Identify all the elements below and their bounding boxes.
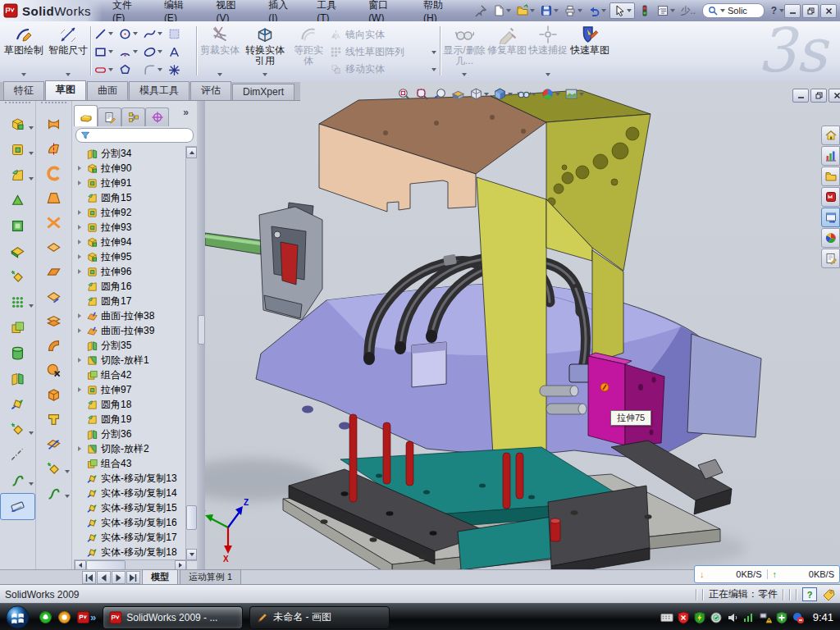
extend-surface[interactable]: [36, 284, 71, 308]
doc-minimize-button[interactable]: [792, 89, 809, 103]
ribbon-tab[interactable]: 模具工具: [129, 81, 189, 100]
dropdown-arrow-icon[interactable]: [506, 9, 511, 12]
menu-item[interactable]: 工具(T): [307, 0, 358, 21]
dropdown-arrow-icon[interactable]: [508, 93, 513, 96]
mirror-feature[interactable]: [0, 315, 35, 340]
tree-filter[interactable]: [75, 128, 194, 143]
polygon-tool[interactable]: [118, 61, 143, 79]
spline-tool[interactable]: [143, 25, 167, 43]
motion-study-tab[interactable]: 运动算例 1: [180, 569, 241, 585]
tree-item[interactable]: 分割35: [74, 338, 185, 353]
propertymanager-tab[interactable]: [98, 107, 121, 126]
expander-icon[interactable]: [78, 210, 86, 215]
options[interactable]: [655, 3, 677, 18]
smart-dimension-dropdown-icon[interactable]: [66, 73, 71, 76]
configurationmanager-tab[interactable]: [121, 107, 145, 126]
instant3d-2[interactable]: [36, 456, 71, 481]
part-ejector-rod[interactable]: [205, 233, 261, 254]
display-style[interactable]: [493, 87, 513, 101]
dropdown-arrow-icon[interactable]: [133, 50, 138, 53]
parting-line[interactable]: [36, 407, 71, 431]
filled-surface[interactable]: [36, 210, 71, 235]
ribbon-tab[interactable]: DimXpert: [232, 84, 294, 100]
expander-icon[interactable]: [78, 358, 86, 363]
dimxpertmanager-tab[interactable]: [145, 107, 169, 126]
draft-analysis[interactable]: [36, 431, 71, 456]
rectangle-tool[interactable]: [94, 43, 118, 61]
dropdown-arrow-icon[interactable]: [29, 431, 34, 435]
replace-face[interactable]: [36, 382, 71, 407]
taskpane-home[interactable]: [821, 126, 840, 145]
expander-icon[interactable]: [78, 387, 86, 392]
axis-tool[interactable]: [0, 442, 35, 468]
point-tool[interactable]: [167, 61, 192, 79]
delete-face[interactable]: [36, 358, 71, 382]
quicklaunch-messenger[interactable]: [39, 610, 52, 624]
expander-icon[interactable]: [78, 166, 86, 171]
fillet-surface[interactable]: [36, 333, 71, 358]
sketch-fillet-tool[interactable]: [143, 61, 167, 79]
scroll-thumb[interactable]: [186, 505, 197, 530]
menu-item[interactable]: 文件(F): [103, 0, 154, 21]
tree-item[interactable]: 拉伸92: [74, 205, 185, 220]
tree-item[interactable]: 实体-移动/复制14: [74, 486, 185, 500]
arc-tool[interactable]: [118, 43, 143, 61]
ribbon-tab[interactable]: 特征: [3, 81, 44, 100]
open-document[interactable]: [514, 3, 536, 18]
split-feature[interactable]: [0, 366, 35, 391]
pin-toolbar[interactable]: [472, 3, 489, 18]
scroll-down-button[interactable]: [186, 549, 197, 560]
tree-item[interactable]: 圆角18: [74, 397, 185, 412]
tree-item[interactable]: 拉伸91: [74, 176, 185, 190]
offset-surface[interactable]: [36, 235, 71, 259]
tree-item[interactable]: 分割34: [74, 146, 185, 161]
dropdown-arrow-icon[interactable]: [601, 9, 606, 12]
wireless[interactable]: [742, 611, 756, 624]
tree-item[interactable]: 圆角19: [74, 412, 185, 427]
ribbon-tab[interactable]: 草图: [45, 80, 86, 100]
update-status[interactable]: [710, 611, 723, 624]
expander-icon[interactable]: [78, 328, 86, 333]
dropdown-arrow-icon[interactable]: [133, 32, 138, 35]
smart-dimension-button[interactable]: 智能尺寸: [48, 24, 89, 78]
previous-tab-button[interactable]: [97, 571, 111, 584]
quicklaunch-app[interactable]: [57, 610, 71, 624]
knit-surface[interactable]: [36, 308, 71, 333]
tree-item[interactable]: 曲面-拉伸39: [74, 323, 185, 338]
menu-item[interactable]: 编辑(E): [154, 0, 207, 21]
dropdown-arrow-icon[interactable]: [627, 9, 632, 12]
circle-tool[interactable]: [118, 25, 143, 43]
tree-item[interactable]: 切除-放样2: [74, 441, 185, 456]
model-tab[interactable]: 模型: [142, 569, 178, 585]
instant3d[interactable]: [0, 493, 35, 520]
expander-icon[interactable]: [78, 269, 86, 274]
menu-item[interactable]: 窗口(W): [358, 0, 413, 21]
scroll-up-button[interactable]: [186, 147, 197, 158]
next-tab-button[interactable]: [112, 571, 126, 584]
zoom-to-area[interactable]: [415, 87, 429, 101]
toolbox[interactable]: [821, 187, 840, 207]
menu-item[interactable]: 帮助(H): [413, 0, 466, 21]
convert-entities-button[interactable]: 转换实体引用: [242, 24, 288, 78]
dropdown-arrow-icon[interactable]: [484, 93, 489, 96]
graphics-area[interactable]: Y Z X: [205, 82, 840, 569]
part-slider-block[interactable]: [259, 203, 322, 320]
quick-snaps-button[interactable]: 快速捕捉: [528, 24, 568, 78]
custom-properties[interactable]: [821, 249, 840, 268]
apply-scene[interactable]: [564, 87, 584, 101]
view-orientation[interactable]: [469, 87, 489, 101]
panel-splitter[interactable]: [197, 100, 205, 569]
start-button[interactable]: [5, 605, 30, 630]
quick-tips-button[interactable]: ?: [802, 587, 817, 601]
tree-item[interactable]: 圆角15: [74, 190, 185, 205]
tree-item[interactable]: 拉伸90: [74, 161, 185, 176]
antivirus[interactable]: [693, 611, 706, 624]
solidworks-resources[interactable]: [821, 146, 840, 166]
expander-icon[interactable]: [78, 254, 86, 259]
revolved-surface[interactable]: [36, 136, 71, 161]
sketch-button[interactable]: 草图绘制: [2, 24, 46, 78]
dropdown-arrow-icon[interactable]: [29, 177, 34, 180]
dropdown-arrow-icon[interactable]: [65, 470, 70, 473]
dropdown-arrow-icon[interactable]: [578, 9, 582, 12]
toolbar-overflow[interactable]: 少..: [680, 4, 696, 18]
